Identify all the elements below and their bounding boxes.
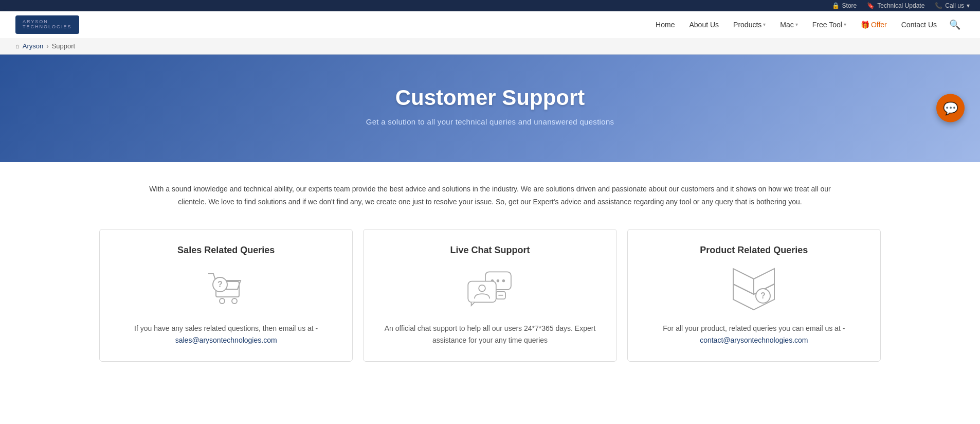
- svg-marker-14: [733, 269, 754, 294]
- products-chevron-icon: ▾: [763, 22, 766, 27]
- svg-point-8: [502, 279, 505, 282]
- technical-update-label: Technical Update: [877, 2, 924, 9]
- product-card: Product Related Queries ? For all your p…: [627, 229, 881, 362]
- breadcrumb-current: Support: [52, 42, 76, 50]
- cards-section: Sales Related Queries ? If you have any …: [89, 229, 891, 382]
- breadcrumb-separator: ›: [46, 42, 48, 50]
- chevron-down-icon: ▾: [967, 2, 970, 9]
- breadcrumb-home-label: Aryson: [23, 42, 43, 50]
- mac-chevron-icon: ▾: [795, 22, 798, 27]
- hero-subtitle: Get a solution to all your technical que…: [10, 117, 970, 126]
- sales-email: sales@arysontechnologies.com: [175, 336, 277, 344]
- product-card-icon: ?: [728, 266, 779, 312]
- product-email: contact@arysontechnologies.com: [700, 336, 808, 344]
- nav-contact-label: Contact Us: [901, 21, 937, 29]
- sales-email-link[interactable]: sales@arysontechnologies.com: [175, 336, 277, 344]
- topbar: 🔒 Store 🔖 Technical Update 📞 Call us ▾: [0, 0, 980, 11]
- store-label: Store: [842, 2, 857, 9]
- sales-card-title: Sales Related Queries: [115, 245, 337, 256]
- nav-offer-label: Offer: [871, 21, 887, 29]
- nav-products-label: Products: [733, 21, 761, 29]
- chat-bubble-button[interactable]: 💬: [936, 94, 965, 122]
- product-card-text: For all your product, related queries yo…: [643, 323, 865, 346]
- nav-contact[interactable]: Contact Us: [895, 16, 943, 33]
- nav-home-label: Home: [656, 21, 675, 29]
- nav-free-tool-label: Free Tool: [812, 21, 842, 29]
- navbar: ARYSON TECHNOLOGIES Home About Us Produc…: [0, 11, 980, 38]
- nav-about-label: About Us: [689, 21, 719, 29]
- nav-contact-link[interactable]: Contact Us: [895, 16, 943, 33]
- live-chat-card-title: Live Chat Support: [379, 245, 601, 256]
- hero-banner: Customer Support Get a solution to all y…: [0, 55, 980, 162]
- nav-search[interactable]: 🔍: [945, 17, 965, 32]
- breadcrumb: ⌂ Aryson › Support: [0, 38, 980, 55]
- nav-products[interactable]: Products ▾: [727, 16, 772, 33]
- breadcrumb-home-link[interactable]: Aryson: [23, 42, 43, 50]
- search-icon: 🔍: [949, 20, 960, 30]
- nav-mac-link[interactable]: Mac ▾: [774, 16, 804, 33]
- live-chat-card-text: An official chat support to help all our…: [379, 323, 601, 346]
- phone-icon: 📞: [935, 2, 942, 9]
- nav-offer-link[interactable]: 🎁 Offer: [855, 16, 893, 33]
- topbar-technical-update[interactable]: 🔖 Technical Update: [867, 2, 924, 9]
- topbar-store[interactable]: 🔒 Store: [832, 2, 857, 9]
- live-chat-card: Live Chat Support An: [363, 229, 616, 362]
- logo-box: ARYSON TECHNOLOGIES: [15, 15, 79, 34]
- sales-card: Sales Related Queries ? If you have any …: [99, 229, 353, 362]
- svg-point-1: [220, 298, 225, 304]
- svg-point-7: [497, 279, 499, 282]
- nav-free-tool[interactable]: Free Tool ▾: [806, 16, 852, 33]
- nav-home-link[interactable]: Home: [649, 16, 681, 33]
- lock-icon: 🔒: [832, 2, 840, 9]
- hero-title: Customer Support: [10, 85, 970, 110]
- live-chat-card-icon: [464, 266, 516, 312]
- svg-text:?: ?: [760, 291, 766, 300]
- nav-mac[interactable]: Mac ▾: [774, 16, 804, 33]
- nav-products-link[interactable]: Products ▾: [727, 16, 772, 33]
- product-email-link[interactable]: contact@arysontechnologies.com: [700, 336, 808, 344]
- svg-point-2: [232, 298, 237, 304]
- nav-mac-label: Mac: [780, 21, 793, 29]
- topbar-call-us[interactable]: 📞 Call us ▾: [935, 2, 970, 9]
- call-us-label: Call us: [945, 2, 964, 9]
- nav-free-tool-link[interactable]: Free Tool ▾: [806, 16, 852, 33]
- svg-text:?: ?: [217, 280, 223, 289]
- nav-about-link[interactable]: About Us: [683, 16, 725, 33]
- logo-line2: TECHNOLOGIES: [23, 25, 72, 30]
- sales-card-text: If you have any sales related questions,…: [115, 323, 337, 346]
- sales-card-icon: ?: [201, 266, 252, 312]
- bookmark-icon: 🔖: [867, 2, 875, 9]
- free-tool-chevron-icon: ▾: [844, 22, 846, 27]
- search-button[interactable]: 🔍: [945, 17, 965, 32]
- chat-icon: 💬: [943, 101, 958, 115]
- logo[interactable]: ARYSON TECHNOLOGIES: [15, 15, 79, 34]
- nav-links: Home About Us Products ▾ Mac ▾ Free Tool…: [649, 16, 965, 33]
- nav-home[interactable]: Home: [649, 16, 681, 33]
- home-icon: ⌂: [15, 42, 20, 50]
- product-card-title: Product Related Queries: [643, 245, 865, 256]
- description-text: With a sound knowledge and technical abi…: [146, 183, 834, 208]
- gift-icon: 🎁: [861, 21, 869, 29]
- nav-offer[interactable]: 🎁 Offer: [855, 16, 893, 33]
- description-section: With a sound knowledge and technical abi…: [104, 162, 876, 229]
- nav-about[interactable]: About Us: [683, 16, 725, 33]
